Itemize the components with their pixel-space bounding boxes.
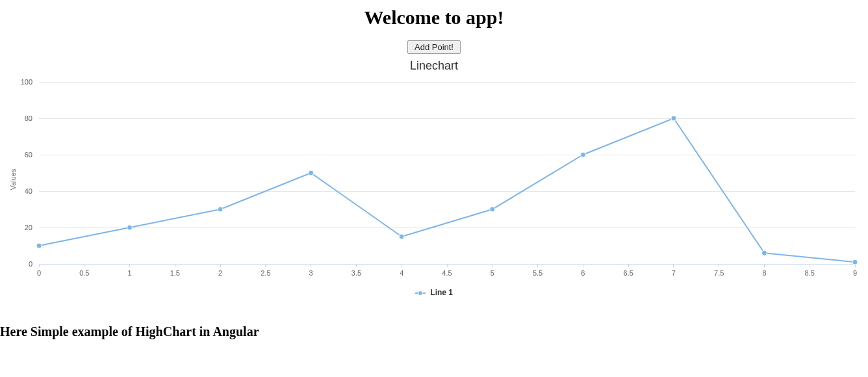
y-tick-label: 20 bbox=[25, 224, 32, 231]
series-point[interactable] bbox=[36, 243, 42, 248]
x-tick-label: 0 bbox=[37, 269, 41, 277]
legend-label: Line 1 bbox=[430, 288, 453, 297]
legend-swatch-icon bbox=[415, 288, 426, 297]
chart-svg: 02040608010000.511.522.533.544.555.566.5… bbox=[0, 75, 868, 283]
sub-heading: Here Simple example of HighChart in Angu… bbox=[0, 324, 868, 339]
y-tick-label: 100 bbox=[21, 78, 32, 86]
x-tick-label: 4 bbox=[400, 269, 403, 277]
x-tick-label: 2 bbox=[218, 269, 222, 277]
y-tick-label: 60 bbox=[25, 151, 32, 159]
series-point[interactable] bbox=[127, 225, 133, 230]
series-point[interactable] bbox=[580, 152, 585, 157]
x-tick-label: 5.5 bbox=[533, 269, 542, 277]
x-tick-label: 8.5 bbox=[805, 269, 815, 277]
x-tick-label: 1.5 bbox=[170, 269, 180, 277]
x-tick-label: 9 bbox=[853, 269, 857, 277]
x-tick-label: 0.5 bbox=[79, 269, 89, 277]
x-tick-label: 4.5 bbox=[442, 269, 452, 277]
button-row: Add Point! bbox=[0, 40, 868, 54]
line-chart: Linechart Values 02040608010000.511.522.… bbox=[0, 58, 868, 305]
x-tick-label: 7 bbox=[672, 269, 676, 277]
y-axis-title: Values bbox=[9, 169, 17, 190]
x-tick-label: 8 bbox=[762, 269, 766, 277]
page-title: Welcome to app! bbox=[0, 6, 868, 29]
y-tick-label: 40 bbox=[25, 187, 32, 195]
x-tick-label: 1 bbox=[127, 269, 131, 277]
series-point[interactable] bbox=[761, 250, 767, 255]
series-point[interactable] bbox=[399, 234, 404, 239]
x-tick-label: 2.5 bbox=[261, 269, 270, 277]
series-point[interactable] bbox=[852, 259, 858, 265]
x-tick-label: 6.5 bbox=[623, 269, 633, 277]
add-point-button[interactable]: Add Point! bbox=[407, 40, 461, 54]
x-tick-label: 3 bbox=[309, 269, 313, 277]
series-point[interactable] bbox=[218, 207, 223, 212]
series-point[interactable] bbox=[490, 207, 495, 212]
series-point[interactable] bbox=[309, 170, 314, 176]
series-line-1[interactable] bbox=[39, 118, 855, 262]
x-tick-label: 6 bbox=[581, 269, 585, 277]
x-tick-label: 7.5 bbox=[714, 269, 724, 277]
x-tick-label: 5 bbox=[491, 269, 494, 277]
chart-legend[interactable]: Line 1 bbox=[0, 283, 868, 297]
series-point[interactable] bbox=[671, 116, 676, 121]
chart-plot-area: Values 02040608010000.511.522.533.544.55… bbox=[0, 75, 868, 283]
chart-title: Linechart bbox=[0, 58, 868, 75]
y-tick-label: 0 bbox=[29, 260, 32, 268]
y-tick-label: 80 bbox=[25, 114, 32, 122]
svg-point-27 bbox=[418, 291, 422, 295]
x-tick-label: 3.5 bbox=[351, 269, 361, 277]
